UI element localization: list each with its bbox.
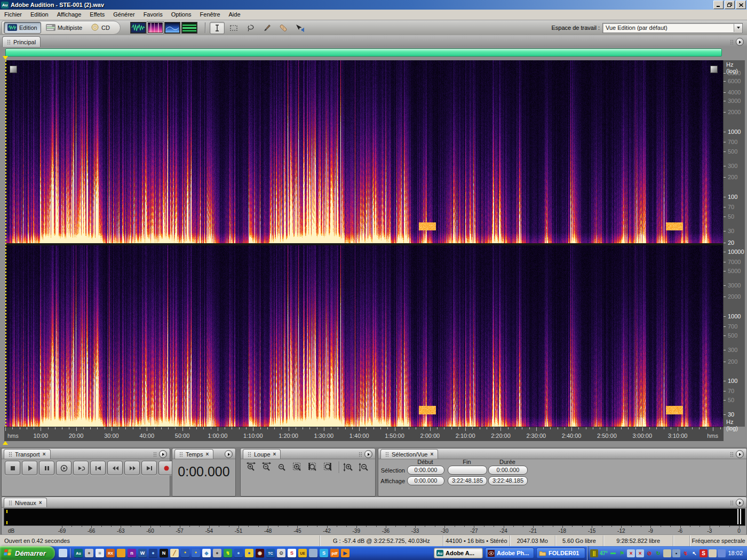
planet-launcher-icon[interactable]: ● — [149, 549, 157, 557]
menu-effets[interactable]: Effets — [85, 10, 109, 20]
playhead-marker-bottom[interactable] — [3, 441, 8, 445]
temps-panel-tab[interactable]: Temps × — [174, 449, 213, 459]
network-offline-tray-icon[interactable]: × — [627, 549, 635, 557]
close-icon[interactable]: × — [43, 451, 46, 457]
panel-menu-button[interactable] — [225, 450, 233, 458]
zoom-out-vertical-button[interactable] — [357, 460, 372, 474]
downloader-tray-icon[interactable]: ↯ — [681, 549, 689, 557]
frequency-ruler[interactable]: 8000600040003000200010007005003002001007… — [723, 60, 745, 427]
wmp-launcher-icon[interactable]: ▶ — [341, 549, 349, 557]
play-looped-button[interactable] — [73, 461, 89, 475]
workspace-dropdown[interactable]: Vue Edition (par défaut) — [602, 23, 743, 33]
sbp-tray-icon[interactable]: S — [700, 549, 708, 557]
play-button[interactable] — [22, 461, 37, 475]
panel-menu-button[interactable] — [736, 499, 744, 507]
go-to-end-button[interactable] — [141, 461, 157, 475]
close-button[interactable] — [736, 1, 746, 9]
dropdown-arrow-icon[interactable] — [734, 24, 742, 32]
selection-fin-field[interactable] — [448, 466, 487, 475]
close-icon[interactable]: × — [39, 500, 42, 506]
selection-debut-field[interactable]: 0:00.000 — [407, 466, 444, 475]
rx-launcher-icon[interactable]: RX — [106, 549, 115, 557]
camera-launcher-icon[interactable]: ● — [213, 549, 221, 557]
zoom-to-selection-button[interactable] — [290, 460, 305, 474]
onenote-launcher-icon[interactable]: n — [128, 549, 136, 557]
spectral-frequency-view-button[interactable] — [147, 22, 163, 34]
zoom-in-horizontal-button[interactable] — [244, 460, 259, 474]
word-launcher-icon[interactable]: W — [138, 549, 147, 557]
fast-forward-button[interactable] — [124, 461, 140, 475]
start-button[interactable]: Démarrer — [0, 546, 55, 560]
zoom-selection-right-button[interactable] — [321, 460, 336, 474]
menu-favoris[interactable]: Favoris — [139, 10, 167, 20]
level-meter[interactable] — [4, 508, 745, 526]
panel-menu-button[interactable] — [736, 38, 744, 46]
edition-mode-button[interactable]: Edition — [4, 22, 41, 34]
zoom-selection-left-button[interactable] — [306, 460, 321, 474]
scanner-tray-icon[interactable] — [663, 549, 671, 557]
cd-mode-button[interactable]: CD — [87, 22, 114, 34]
globe-launcher-icon[interactable]: ● — [234, 549, 243, 557]
taskbar-window-adobe-ph[interactable]: Adobe Ph... — [485, 548, 534, 558]
pdf-launcher-icon[interactable]: pdf — [330, 549, 339, 557]
stop-button[interactable] — [5, 461, 20, 475]
multipiste-mode-button[interactable]: Multipiste — [42, 22, 86, 34]
loupe-panel-tab[interactable]: Loupe × — [243, 449, 281, 459]
horizontal-zoom-scrollbar[interactable] — [5, 49, 722, 57]
mouse-tray-icon[interactable] — [709, 549, 717, 557]
close-icon[interactable]: × — [273, 451, 276, 457]
transport-panel-tab[interactable]: Transport × — [4, 449, 51, 459]
meter-tray-icon[interactable]: || — [590, 549, 598, 557]
spectrogram-left-channel[interactable] — [5, 60, 723, 243]
time-ruler[interactable]: hmshms10:0020:0030:0040:0050:001:00:001:… — [4, 427, 724, 441]
media-green-launcher-icon[interactable]: ↯ — [224, 549, 232, 557]
audition-launcher-icon[interactable]: Au — [74, 549, 83, 557]
spectrogram-right-channel[interactable] — [5, 245, 723, 427]
document-tray-icon[interactable] — [718, 549, 726, 557]
niveaux-panel-tab[interactable]: Niveaux × — [4, 498, 47, 507]
pointer-tray-icon[interactable]: ↖ — [690, 549, 698, 557]
compass-launcher-icon[interactable]: ⊙ — [277, 549, 285, 557]
taskbar-clock[interactable]: 18:02 — [728, 550, 743, 556]
pause-button[interactable] — [39, 461, 54, 475]
restore-button[interactable] — [725, 1, 735, 9]
spectral-corner-handle-left[interactable] — [10, 66, 17, 73]
time-selection-tool-button[interactable] — [210, 22, 225, 34]
minimize-button[interactable] — [713, 1, 724, 9]
zoom-in-vertical-button[interactable] — [342, 460, 357, 474]
close-icon[interactable]: × — [205, 451, 209, 457]
scrub-tool-button[interactable] — [292, 22, 307, 34]
menu-affichage[interactable]: Affichage — [53, 10, 86, 20]
tab-principal[interactable]: Principal — [2, 36, 41, 47]
ultraedit-launcher-icon[interactable]: UE — [298, 549, 307, 557]
panel-menu-button[interactable] — [159, 450, 167, 458]
panel-menu-button[interactable] — [364, 450, 372, 458]
menu-fichier[interactable]: Fichier — [0, 10, 26, 20]
sparkle-launcher-icon[interactable]: * — [181, 549, 189, 557]
wand-launcher-icon[interactable]: ╱ — [170, 549, 179, 557]
kite-launcher-icon[interactable]: ◆ — [202, 549, 211, 557]
player-launcher-icon[interactable]: ● — [85, 549, 93, 557]
network-offline2-tray-icon[interactable]: × — [636, 549, 644, 557]
taskbar-window-adobe-a[interactable]: AuAdobe A... — [434, 548, 483, 558]
play-from-cursor-button[interactable] — [56, 461, 71, 475]
notes-launcher-icon[interactable]: N — [160, 549, 168, 557]
blocked-tray-icon[interactable]: ⊘ — [645, 549, 653, 557]
menu-edition[interactable]: Edition — [26, 10, 53, 20]
total-commander-launcher-icon[interactable]: TC — [266, 549, 275, 557]
menu-generer[interactable]: Générer — [109, 10, 139, 20]
menu-options[interactable]: Options — [167, 10, 196, 20]
waveform-view-button[interactable] — [130, 22, 146, 34]
sbp-launcher-icon[interactable]: S — [288, 549, 296, 557]
affichage-debut-field[interactable]: 0:00.000 — [407, 476, 444, 485]
playhead-marker-top[interactable] — [3, 56, 8, 60]
photoshop-launcher-icon[interactable]: ◉ — [256, 549, 264, 557]
orbs-launcher-icon[interactable]: ● — [245, 549, 253, 557]
spectral-pan-view-button[interactable] — [164, 22, 180, 34]
update-tray-icon[interactable]: ↻ — [654, 549, 662, 557]
effects-paintbrush-tool-button[interactable] — [259, 22, 274, 34]
spot-healing-brush-tool-button[interactable] — [276, 22, 291, 34]
briefcase-launcher-icon[interactable] — [117, 549, 125, 557]
lasso-selection-tool-button[interactable] — [243, 22, 258, 34]
zoom-out-full-button[interactable] — [275, 460, 290, 474]
